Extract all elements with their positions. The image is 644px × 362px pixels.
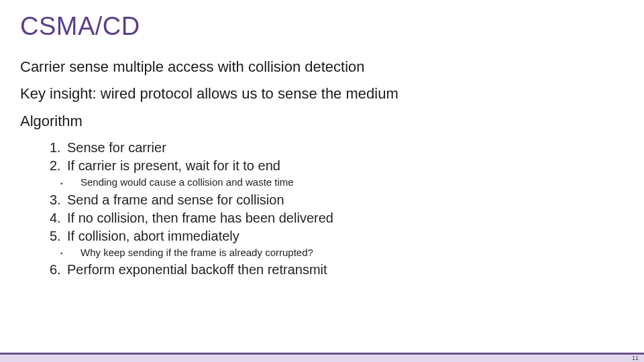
slide-title: CSMA/CD bbox=[20, 12, 624, 41]
footer-bar: 11 bbox=[0, 353, 644, 362]
slide: CSMA/CD Carrier sense multiple access wi… bbox=[0, 0, 644, 362]
step-text: If collision, abort immediately bbox=[67, 229, 239, 243]
algorithm-heading: Algorithm bbox=[20, 113, 624, 130]
step-6: 6.Perform exponential backoff then retra… bbox=[50, 261, 624, 278]
step-num: 1. bbox=[50, 139, 67, 156]
page-number: 11 bbox=[632, 355, 639, 361]
insight-line: Key insight: wired protocol allows us to… bbox=[20, 85, 624, 103]
step-num: 3. bbox=[50, 192, 67, 208]
step-text: If no collision, then frame has been del… bbox=[67, 210, 333, 225]
definition-line: Carrier sense multiple access with colli… bbox=[20, 58, 624, 76]
step-5: 5.If collision, abort immediately bbox=[50, 228, 624, 245]
step-num: 4. bbox=[50, 210, 67, 227]
sub-item: Why keep sending if the frame is already… bbox=[60, 246, 624, 259]
sub-item: Sending would cause a collision and wast… bbox=[60, 176, 624, 189]
step-text: If carrier is present, wait for it to en… bbox=[67, 158, 280, 173]
step-text: Send a frame and sense for collision bbox=[67, 192, 284, 207]
sub-text: Sending would cause a collision and wast… bbox=[80, 176, 294, 188]
step-num: 5. bbox=[50, 228, 67, 245]
step-4: 4.If no collision, then frame has been d… bbox=[50, 210, 624, 227]
sub-list: Why keep sending if the frame is already… bbox=[20, 246, 624, 259]
step-2: 2.If carrier is present, wait for it to … bbox=[50, 158, 624, 174]
step-num: 2. bbox=[50, 158, 67, 174]
sub-list: Sending would cause a collision and wast… bbox=[20, 176, 624, 189]
algorithm-list: 1.Sense for carrier 2.If carrier is pres… bbox=[20, 139, 624, 174]
step-text: Sense for carrier bbox=[67, 140, 166, 155]
step-1: 1.Sense for carrier bbox=[50, 139, 624, 156]
step-text: Perform exponential backoff then retrans… bbox=[67, 262, 327, 277]
algorithm-list-cont: 3.Send a frame and sense for collision 4… bbox=[20, 192, 624, 245]
algorithm-list-cont2: 6.Perform exponential backoff then retra… bbox=[20, 261, 624, 278]
sub-text: Why keep sending if the frame is already… bbox=[80, 247, 313, 258]
step-num: 6. bbox=[50, 261, 67, 278]
step-3: 3.Send a frame and sense for collision bbox=[50, 192, 624, 208]
